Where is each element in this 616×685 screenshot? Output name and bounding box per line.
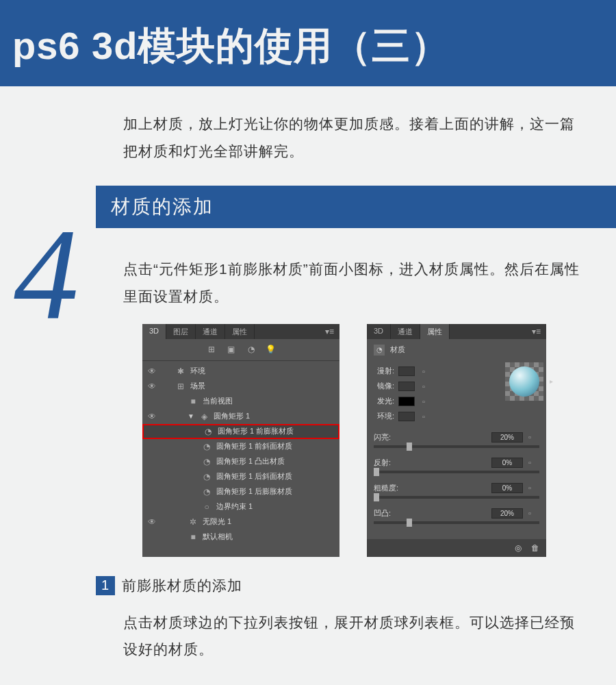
node-label: 圆角矩形 1 后膨胀材质: [216, 486, 292, 497]
tree-row[interactable]: 👁✲无限光 1: [142, 514, 339, 530]
node-label: 当前视图: [203, 396, 233, 406]
material-preview[interactable]: ▸: [505, 362, 543, 401]
panels-row: 3D 图层 通道 属性 ▾≡ ⊞ ▣ ◔ 💡 👁✱环境👁⊞场景■当前视图👁▼◈圆…: [142, 324, 616, 557]
texture-picker-icon[interactable]: ▫: [419, 382, 428, 391]
intro-paragraph: 加上材质，放上灯光让你的物体更加质感。接着上面的讲解，这一篇把材质和灯光全部讲解…: [123, 110, 589, 165]
content-section: 4 加上材质，放上灯光让你的物体更加质感。接着上面的讲解，这一篇把材质和灯光全部…: [0, 86, 616, 663]
tab-3d[interactable]: 3D: [142, 324, 166, 339]
color-swatch[interactable]: [398, 366, 415, 376]
slider-track[interactable]: [374, 521, 539, 524]
texture-picker-icon[interactable]: ▫: [419, 366, 428, 376]
panel-menu-icon[interactable]: ▾≡: [320, 324, 339, 339]
tab-layers[interactable]: 图层: [166, 324, 196, 339]
render-icon[interactable]: ◎: [515, 543, 522, 553]
3d-scene-tree: 👁✱环境👁⊞场景■当前视图👁▼◈圆角矩形 1◔圆角矩形 1 前膨胀材质◔圆角矩形…: [142, 361, 339, 550]
filter-mesh-icon[interactable]: ▣: [226, 344, 237, 355]
filter-material-icon[interactable]: ◔: [246, 344, 257, 355]
tree-row[interactable]: 👁✱环境: [142, 364, 339, 379]
3d-toolbar: ⊞ ▣ ◔ 💡: [142, 339, 339, 361]
slider-value[interactable]: 0%: [491, 458, 523, 468]
slider-track[interactable]: [374, 471, 539, 473]
node-label: 圆角矩形 1 后斜面材质: [216, 471, 292, 482]
color-swatch[interactable]: [398, 412, 415, 421]
color-swatch[interactable]: [398, 382, 415, 391]
3d-panel: 3D 图层 通道 属性 ▾≡ ⊞ ▣ ◔ 💡 👁✱环境👁⊞场景■当前视图👁▼◈圆…: [142, 324, 339, 557]
texture-folder-icon[interactable]: ▫: [528, 458, 539, 466]
slider-label: 反射:: [374, 458, 405, 468]
node-type-icon: ◔: [203, 427, 214, 436]
color-property-row: 环境:▫: [374, 409, 539, 424]
slider-thumb[interactable]: [374, 468, 379, 476]
tab-3d-b[interactable]: 3D: [367, 324, 391, 339]
material-icon: ◔: [374, 345, 385, 356]
slider-thumb[interactable]: [407, 443, 412, 451]
slider-track[interactable]: [374, 445, 539, 448]
slider-value[interactable]: 0%: [491, 483, 523, 493]
props-header: ◔ 材质: [367, 339, 546, 361]
preview-dropdown-icon[interactable]: ▸: [550, 377, 553, 385]
texture-folder-icon[interactable]: ▫: [528, 509, 539, 517]
step-1-section: 1 前膨胀材质的添加 点击材质球边的下拉列表按钮，展开材质球列表框。可以选择已经…: [96, 576, 589, 664]
header-banner: ps6 3d模块的使用（三）: [0, 0, 616, 86]
slider-label: 凹凸:: [374, 508, 405, 519]
slider-thumb[interactable]: [407, 519, 412, 527]
node-type-icon: ■: [188, 532, 198, 542]
tree-row[interactable]: ■当前视图: [142, 394, 339, 409]
tree-row[interactable]: ◔圆角矩形 1 后斜面材质: [142, 469, 339, 484]
texture-picker-icon[interactable]: ▫: [419, 397, 428, 406]
node-type-icon: ○: [201, 502, 212, 512]
slider-property: 粗糙度:0%▫: [374, 483, 539, 499]
tree-row[interactable]: ◔圆角矩形 1 后膨胀材质: [142, 484, 339, 499]
texture-picker-icon[interactable]: ▫: [419, 412, 428, 421]
color-swatch[interactable]: [398, 397, 415, 406]
visibility-toggle[interactable]: 👁: [146, 517, 157, 527]
sub-banner: 材质的添加: [96, 186, 616, 228]
tree-row[interactable]: ■默认相机: [142, 530, 339, 545]
body-paragraph: 点击“元件矩形1前膨胀材质”前面小图标，进入材质属性。然后在属性里面设置材质。: [123, 256, 589, 310]
tab-bar-props: 3D 通道 属性 ▾≡: [367, 324, 546, 339]
panel-menu-icon-b[interactable]: ▾≡: [526, 324, 546, 339]
slider-thumb[interactable]: [374, 493, 379, 501]
node-type-icon: ✱: [175, 366, 186, 376]
filter-light-icon[interactable]: 💡: [266, 344, 277, 355]
tree-row[interactable]: ◔圆角矩形 1 前膨胀材质: [142, 424, 339, 439]
slider-value[interactable]: 20%: [491, 508, 523, 519]
slider-property: 闪亮:20%▫: [374, 432, 539, 448]
texture-folder-icon[interactable]: ▫: [528, 484, 539, 492]
tab-channels-b[interactable]: 通道: [391, 324, 420, 339]
node-label: 圆角矩形 1 凸出材质: [216, 456, 285, 466]
props-sliders: 闪亮:20%▫反射:0%▫粗糙度:0%▫凹凸:20%▫: [367, 424, 546, 539]
prop-label: 环境:: [374, 411, 394, 421]
node-label: 边界约束 1: [216, 501, 253, 512]
tab-channels[interactable]: 通道: [196, 324, 225, 339]
sub-banner-title: 材质的添加: [111, 196, 214, 217]
properties-panel: 3D 通道 属性 ▾≡ ◔ 材质 ▸ 漫射:▫镜像:▫发光:▫环境:▫ 闪亮:2…: [367, 324, 546, 557]
slider-property: 反射:0%▫: [374, 458, 539, 473]
step-1-body: 点击材质球边的下拉列表按钮，展开材质球列表框。可以选择已经预设好的材质。: [123, 609, 589, 664]
prop-label: 镜像:: [374, 381, 394, 391]
tree-row[interactable]: 👁▼◈圆角矩形 1: [142, 409, 339, 424]
node-type-icon: ■: [188, 397, 198, 406]
prop-label: 发光:: [374, 396, 394, 406]
node-label: 圆角矩形 1: [214, 411, 250, 421]
visibility-toggle[interactable]: 👁: [146, 366, 157, 376]
tree-row[interactable]: 👁⊞场景: [142, 379, 339, 394]
visibility-toggle[interactable]: 👁: [146, 412, 157, 421]
page-title: ps6 3d模块的使用（三）: [12, 21, 604, 73]
filter-scene-icon[interactable]: ⊞: [206, 344, 217, 355]
tab-properties[interactable]: 属性: [225, 324, 255, 339]
texture-folder-icon[interactable]: ▫: [528, 433, 539, 441]
tree-row[interactable]: ◔圆角矩形 1 前斜面材质: [142, 439, 339, 454]
trash-icon[interactable]: 🗑: [531, 543, 539, 553]
tree-row[interactable]: ○边界约束 1: [142, 499, 339, 514]
slider-property: 凹凸:20%▫: [374, 508, 539, 524]
visibility-toggle[interactable]: 👁: [146, 382, 157, 391]
node-type-icon: ◔: [201, 442, 212, 451]
slider-track[interactable]: [374, 496, 539, 499]
tab-properties-b[interactable]: 属性: [420, 324, 450, 339]
slider-value[interactable]: 20%: [491, 432, 523, 443]
tree-row[interactable]: ◔圆角矩形 1 凸出材质: [142, 454, 339, 469]
expand-arrow-icon[interactable]: ▼: [188, 412, 194, 420]
node-label: 场景: [190, 381, 205, 391]
node-type-icon: ◔: [201, 487, 212, 497]
